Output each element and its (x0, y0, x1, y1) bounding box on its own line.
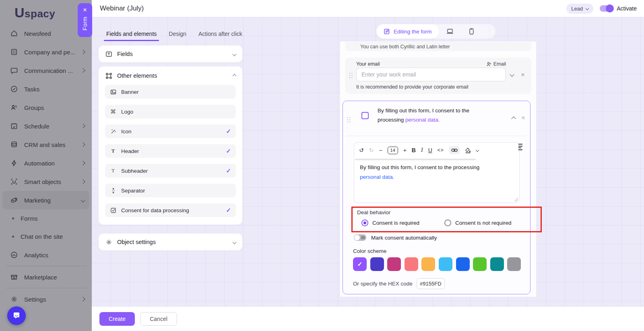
underline-icon[interactable]: U (428, 147, 432, 153)
toolbar-scrollbar[interactable] (355, 159, 476, 160)
highlight-color-icon[interactable] (465, 147, 471, 153)
color-swatch[interactable] (387, 257, 401, 271)
email-input[interactable] (356, 68, 506, 81)
field-helper-text: You can use both Cyrillic and Latin lett… (360, 44, 450, 50)
color-swatch-selected[interactable]: ✓ (353, 257, 367, 271)
activate-toggle[interactable] (600, 5, 613, 12)
close-icon[interactable]: × (83, 6, 87, 13)
entity-select-value: Lead (571, 6, 583, 12)
consent-block-selected[interactable]: By filling out this form, I consent to t… (343, 101, 530, 294)
separator-icon (110, 187, 116, 194)
bold-icon[interactable]: B (412, 147, 416, 153)
check-icon: ✓ (226, 167, 231, 174)
hex-code-row: Or specify the HEX code (353, 278, 445, 289)
element-item-separator[interactable]: Separator (105, 184, 236, 197)
remove-field-icon[interactable]: × (521, 71, 525, 79)
remove-block-icon[interactable]: × (521, 114, 525, 122)
mark-consent-toggle[interactable] (354, 234, 366, 241)
consent-text: By filling out this form, I consent to t… (378, 106, 498, 124)
check-icon: ✓ (226, 128, 231, 135)
chevron-down-icon[interactable] (476, 149, 479, 152)
form-builder-canvas: Fields and elements Design Actions after… (92, 17, 644, 307)
dashed-divider (347, 136, 526, 136)
radio-consent-not-required[interactable]: Consent is not required (444, 219, 512, 226)
view-edit-form-label: Editing the form (394, 29, 432, 35)
color-swatch[interactable] (507, 257, 521, 271)
email-field-type: Email (486, 61, 506, 67)
tab-design[interactable]: Design (169, 31, 186, 41)
field-input-icon (105, 50, 112, 58)
mark-consent-label: Mark consent automatically (371, 235, 437, 241)
email-field-label: Your email (356, 61, 380, 67)
element-item-subheader[interactable]: T Subheader ✓ (105, 164, 236, 178)
font-size-value[interactable]: 14 (388, 147, 398, 154)
lines-menu-icon[interactable] (518, 144, 522, 151)
consent-checkbox[interactable] (361, 112, 369, 119)
element-item-consent[interactable]: Consent for data processing ✓ (105, 203, 236, 217)
support-chat-button[interactable] (7, 306, 26, 325)
object-settings-label: Object settings (117, 239, 156, 245)
object-settings-accordion[interactable]: Object settings (99, 234, 242, 250)
email-field-block[interactable]: Your email Email It is recommended to pr… (345, 58, 531, 94)
vector-frame-icon (105, 72, 112, 79)
element-item-logo[interactable]: ⌘ Logo (105, 105, 236, 118)
editor-toolbar: ↺ ↻ − 14 + B I U <> (354, 143, 519, 158)
view-desktop-button[interactable] (439, 29, 461, 34)
drag-handle-icon[interactable] (347, 117, 351, 123)
color-swatch[interactable] (370, 257, 384, 271)
radio-consent-required[interactable]: Consent is required (361, 219, 419, 226)
other-elements-header[interactable]: Other elements (99, 66, 242, 85)
chat-bubble-icon (12, 311, 21, 320)
color-swatch[interactable] (473, 257, 487, 271)
radio-selected-icon[interactable] (361, 219, 368, 226)
element-item-header[interactable]: T Header ✓ (105, 144, 236, 158)
form-drawer-tab[interactable]: × Form (78, 3, 92, 37)
element-item-icon[interactable]: Icon ✓ (105, 124, 236, 138)
create-button[interactable]: Create (99, 312, 135, 326)
font-larger-icon[interactable]: + (403, 147, 407, 153)
view-edit-form[interactable]: Editing the form (376, 24, 439, 39)
tab-actions-after-click[interactable]: Actions after click (198, 31, 242, 41)
view-mobile-button[interactable] (461, 28, 483, 35)
editor-content[interactable]: By filling out this form, I consent to t… (360, 163, 479, 182)
chevron-down-icon (586, 7, 589, 10)
rich-text-editor[interactable]: ↺ ↻ − 14 + B I U <> (354, 142, 520, 203)
chevron-down-icon (233, 52, 237, 56)
personal-data-link[interactable]: personal data. (405, 117, 440, 123)
collapse-chevron-up-icon[interactable] (511, 116, 516, 121)
link-icon[interactable] (449, 146, 460, 154)
drag-handle-icon[interactable] (349, 73, 353, 79)
color-swatch[interactable] (421, 257, 435, 271)
page-title: Webinar (July) (100, 4, 144, 12)
element-item-banner[interactable]: Banner (105, 85, 236, 99)
checkbox-icon (110, 207, 116, 213)
command-icon: ⌘ (110, 108, 116, 115)
color-swatch[interactable] (490, 257, 504, 271)
editor-personal-data-link[interactable]: personal data. (360, 174, 394, 180)
color-swatch[interactable] (439, 257, 452, 271)
radio-unselected-icon[interactable] (444, 219, 451, 226)
field-helper-strip: You can use both Cyrillic and Latin lett… (345, 42, 531, 51)
cancel-button[interactable]: Cancel (140, 312, 177, 326)
entity-select[interactable]: Lead (566, 4, 593, 14)
undo-icon[interactable]: ↺ (359, 147, 364, 153)
font-smaller-icon[interactable]: − (379, 147, 382, 153)
header-text-icon: T (110, 148, 116, 154)
builder-tabs: Fields and elements Design Actions after… (106, 31, 242, 41)
color-swatch[interactable] (456, 257, 470, 271)
activate-label: Activate (617, 5, 637, 12)
resize-handle-icon[interactable] (514, 198, 518, 201)
collapse-chevron-icon[interactable] (510, 72, 514, 77)
view-switcher: Editing the form (376, 24, 495, 39)
redo-icon[interactable]: ↻ (369, 147, 374, 153)
highlight-annotation-box: Deal behavior Consent is required Consen… (351, 207, 542, 232)
code-icon[interactable]: <> (438, 148, 444, 153)
hex-code-input[interactable] (417, 278, 445, 289)
form-preview-panel: You can use both Cyrillic and Latin lett… (340, 41, 536, 297)
fields-accordion[interactable]: Fields (99, 46, 242, 62)
phone-icon (469, 28, 474, 35)
hex-code-label: Or specify the HEX code (353, 281, 413, 287)
tab-fields-and-elements[interactable]: Fields and elements (106, 31, 157, 41)
color-swatch[interactable] (405, 257, 418, 271)
italic-icon[interactable]: I (421, 147, 423, 153)
